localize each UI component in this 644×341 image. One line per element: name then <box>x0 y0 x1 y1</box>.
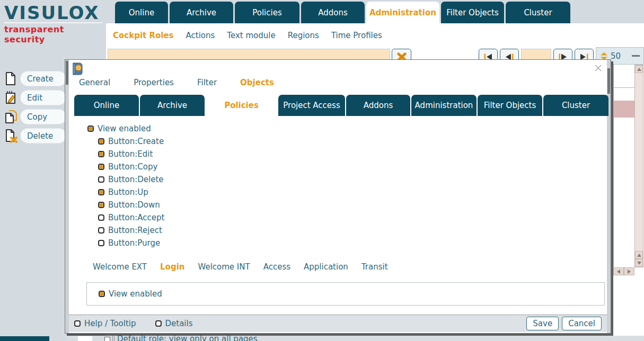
scroll-up-button[interactable] <box>635 65 643 73</box>
tab-policies[interactable]: Policies <box>235 2 299 23</box>
permission-label: Button:Reject <box>108 226 162 235</box>
permission-checkbox[interactable] <box>98 240 104 246</box>
sidebar-item-delete[interactable]: Delete <box>4 128 69 143</box>
permission-row-button-reject[interactable]: Button:Reject <box>98 224 164 237</box>
permission-checkbox[interactable] <box>87 125 94 132</box>
background-row-checkbox[interactable] <box>104 337 110 341</box>
tab-administration[interactable]: Administration <box>366 2 439 23</box>
permission-checkbox[interactable] <box>98 202 104 208</box>
bottom-teal-block <box>0 336 49 341</box>
permission-label: View enabled <box>98 124 151 133</box>
permission-checkbox[interactable] <box>98 138 104 145</box>
role-dialog: General Properties Filter Objects Online… <box>65 59 611 334</box>
object-tab-project-access[interactable]: Project Access <box>278 95 345 116</box>
permission-label: Button:Down <box>108 200 160 210</box>
save-button[interactable]: Save <box>526 317 559 330</box>
page-tabs: Welcome EXT Login Welcome INT Access App… <box>93 262 388 272</box>
subnav-cockpit-roles[interactable]: Cockpit Roles <box>113 31 174 40</box>
page-tab-login[interactable]: Login <box>160 262 184 272</box>
permission-row-button-up[interactable]: Button:Up <box>98 186 164 199</box>
subnav-regions[interactable]: Regions <box>288 31 319 40</box>
page-tab-welcome-ext[interactable]: Welcome EXT <box>93 262 147 272</box>
permission-row-button-delete[interactable]: Button:Delete <box>98 173 164 186</box>
cancel-button[interactable]: Cancel <box>562 317 602 330</box>
role-icon <box>72 62 83 78</box>
sidebar: Create Edit Copy Delete <box>4 71 69 143</box>
tab-archive[interactable]: Archive <box>170 2 233 23</box>
scroll-down-button[interactable] <box>635 259 643 267</box>
permission-checkbox[interactable] <box>98 164 104 170</box>
background-row-divider <box>112 336 114 341</box>
sidebar-item-copy[interactable]: Copy <box>4 109 69 124</box>
login-view-enabled-row[interactable]: View enabled <box>99 289 162 299</box>
scrollbar-thumb[interactable] <box>607 68 610 94</box>
permission-label: Button:Up <box>108 187 148 197</box>
object-tab-archive[interactable]: Archive <box>140 95 205 116</box>
help-tooltip-label: Help / Tooltip <box>84 319 136 328</box>
permission-row-button-create[interactable]: Button:Create <box>98 135 164 148</box>
logo: VISULOX transparent security <box>4 3 102 44</box>
copy-icon <box>4 110 18 124</box>
permission-row-button-purge[interactable]: Button:Purge <box>98 237 164 249</box>
dialog-tab-general[interactable]: General <box>79 78 110 87</box>
collapse-icon[interactable] <box>632 55 640 57</box>
page-tab-welcome-int[interactable]: Welcome INT <box>198 262 250 272</box>
sidebar-item-edit[interactable]: Edit <box>4 90 69 105</box>
login-view-enabled-label: View enabled <box>109 289 162 299</box>
tab-online[interactable]: Online <box>115 2 168 23</box>
permission-checkbox[interactable] <box>98 227 104 234</box>
subnav-actions[interactable]: Actions <box>186 31 215 40</box>
permission-row-button-copy[interactable]: Button:Copy <box>98 160 164 173</box>
permission-row-button-down[interactable]: Button:Down <box>98 199 164 211</box>
background-row-cell <box>78 336 92 341</box>
dialog-tab-objects[interactable]: Objects <box>240 78 274 87</box>
object-tab-cluster[interactable]: Cluster <box>543 95 608 116</box>
tab-cluster[interactable]: Cluster <box>506 2 570 23</box>
delete-icon <box>4 129 18 143</box>
page-tab-application[interactable]: Application <box>304 262 348 272</box>
object-tab-addons[interactable]: Addons <box>346 95 410 116</box>
create-icon <box>4 71 18 86</box>
sort-icon[interactable] <box>600 52 608 60</box>
login-view-enabled-checkbox[interactable] <box>99 291 105 297</box>
table-row-selected[interactable] <box>614 101 634 118</box>
details-toggle[interactable]: Details <box>155 319 193 328</box>
object-tab-policies[interactable]: Policies <box>206 95 277 116</box>
permission-checkbox[interactable] <box>98 176 104 183</box>
object-tab-filter-objects[interactable]: Filter Objects <box>478 95 542 116</box>
permission-row-button-accept[interactable]: Button:Accept <box>98 211 164 224</box>
permission-row-button-edit[interactable]: Button:Edit <box>98 148 164 160</box>
scrollbar-thumb[interactable] <box>66 61 68 85</box>
scroll-left-button[interactable] <box>613 267 624 275</box>
permission-checkbox[interactable] <box>98 189 104 195</box>
sidebar-item-create[interactable]: Create <box>4 71 69 86</box>
help-tooltip-toggle[interactable]: Help / Tooltip <box>74 319 136 328</box>
scroll-right-button[interactable] <box>624 267 634 275</box>
subnav-time-profiles[interactable]: Time Profiles <box>331 31 382 40</box>
page-tab-access[interactable]: Access <box>263 262 290 272</box>
permission-label: Button:Copy <box>108 162 157 172</box>
page-tab-transit[interactable]: Transit <box>361 262 388 272</box>
dialog-tab-filter[interactable]: Filter <box>197 78 217 87</box>
sidebar-item-label: Edit <box>20 90 66 105</box>
close-icon[interactable] <box>594 64 602 72</box>
tab-addons[interactable]: Addons <box>301 2 365 23</box>
login-panel: View enabled <box>86 282 605 306</box>
help-tooltip-checkbox[interactable] <box>74 320 81 327</box>
tab-filter-objects[interactable]: Filter Objects <box>441 2 504 23</box>
vertical-scrollbar[interactable] <box>634 65 643 267</box>
details-checkbox[interactable] <box>155 320 162 327</box>
permission-checkbox[interactable] <box>98 214 104 221</box>
horizontal-scrollbar <box>613 267 634 275</box>
object-tab-online[interactable]: Online <box>74 95 139 116</box>
dialog-tab-properties[interactable]: Properties <box>134 78 174 87</box>
dialog-left-scrollbar[interactable] <box>65 60 69 333</box>
object-tab-administration[interactable]: Administration <box>411 95 477 116</box>
page-size-value[interactable]: 50 <box>611 51 621 61</box>
permission-checkbox[interactable] <box>98 151 104 157</box>
sub-nav: Cockpit Roles Actions Text module Region… <box>113 30 382 41</box>
permission-row-view-enabled[interactable]: View enabled <box>87 122 164 135</box>
sidebar-item-label: Delete <box>20 128 66 143</box>
scroll-up-button-bottom[interactable] <box>635 251 643 259</box>
subnav-text-module[interactable]: Text module <box>227 31 275 40</box>
